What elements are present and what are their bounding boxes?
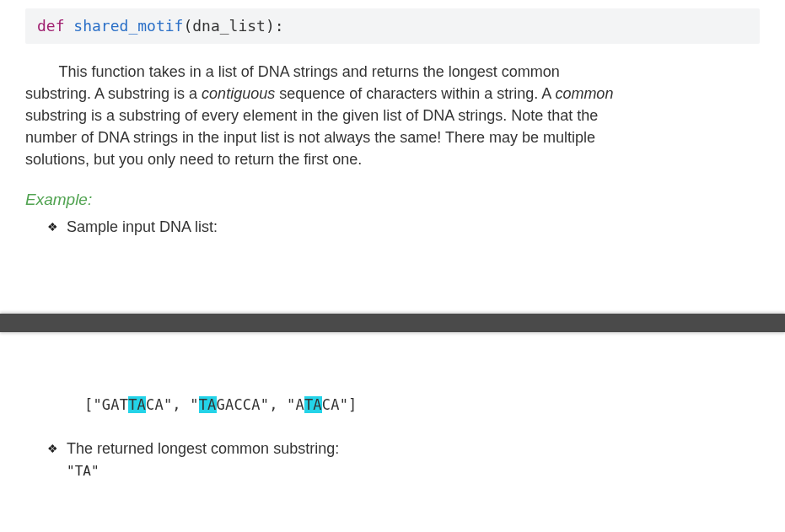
desc-em-contiguous: contiguous [202,85,275,102]
bullet-returned-text: The returned longest common substring: [67,440,339,457]
dna-highlight-3: TA [304,396,322,413]
bullet-sample-input-text: Sample input DNA list: [67,216,218,238]
dna-highlight-1: TA [128,396,146,413]
document-page: def shared_motif(dna_list): This functio… [0,0,785,255]
diamond-icon: ❖ [47,216,58,238]
diamond-icon: ❖ [47,438,58,459]
dna-seg-2: GACCA", "A [217,396,304,413]
desc-em-common: common [555,85,613,102]
desc-line-2b: sequence of characters within a string. … [275,85,555,102]
desc-line-5: solutions, but you only need to return t… [25,151,362,168]
bullet-returned: ❖ The returned longest common substring:… [47,438,760,481]
dna-seg-open: ["GAT [84,396,128,413]
dna-highlight-2: TA [199,396,217,413]
code-function-name: shared_motif [73,17,183,35]
code-params: (dna_list): [183,17,283,35]
dna-seg-3: CA"] [322,396,358,413]
desc-line-1: This function takes in a list of DNA str… [59,63,560,80]
document-page-2: ["GATTACA", "TAGACCA", "ATACA"] ❖ The re… [0,395,785,497]
desc-line-4: number of DNA strings in the input list … [25,129,595,146]
dna-seg-1: CA", " [146,396,199,413]
code-block-def: def shared_motif(dna_list): [25,8,760,44]
bullet-sample-input: ❖ Sample input DNA list: [47,216,760,238]
desc-line-2a: substring. A substring is a [25,85,202,102]
description-paragraph: This function takes in a list of DNA str… [25,61,760,170]
result-value: "TA" [67,461,339,481]
code-keyword-def: def [37,17,65,35]
example-label: Example: [25,188,760,212]
desc-line-3: substring is a substring of every elemen… [25,107,598,124]
page-break-bar [0,314,785,332]
dna-sample-list: ["GATTACA", "TAGACCA", "ATACA"] [84,395,760,416]
